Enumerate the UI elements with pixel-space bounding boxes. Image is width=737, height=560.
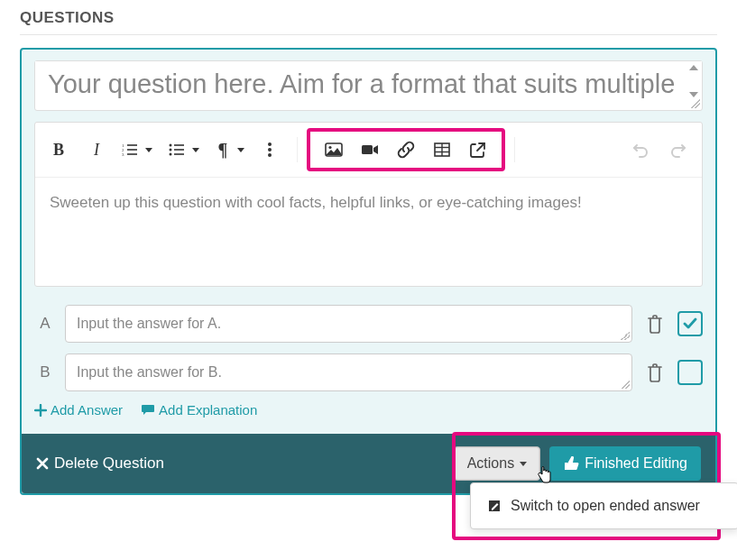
ordered-list-button[interactable]: 123 xyxy=(116,132,143,168)
scroll-down-icon xyxy=(689,92,698,97)
italic-button[interactable]: I xyxy=(78,132,115,168)
svg-point-11 xyxy=(170,153,172,156)
switch-open-ended-label: Switch to open ended answer xyxy=(511,498,700,514)
answer-input-wrap xyxy=(65,353,632,391)
actions-dropdown: Switch to open ended answer xyxy=(470,482,737,529)
question-input[interactable] xyxy=(35,61,702,106)
answer-row: B xyxy=(34,353,703,391)
add-explanation-link[interactable]: Add Explanation xyxy=(141,402,257,418)
svg-point-10 xyxy=(170,149,172,151)
answer-input-a[interactable] xyxy=(66,306,631,342)
add-answer-label: Add Answer xyxy=(51,402,123,418)
svg-point-13 xyxy=(268,148,272,151)
video-button[interactable] xyxy=(352,132,388,168)
thumbs-up-icon xyxy=(563,456,579,471)
link-button[interactable] xyxy=(388,132,424,168)
resize-handle-icon[interactable] xyxy=(621,380,630,389)
add-explanation-label: Add Explanation xyxy=(159,402,257,418)
scroll-up-icon xyxy=(689,65,698,70)
delete-question-label: Delete Question xyxy=(54,454,164,473)
svg-rect-17 xyxy=(362,145,373,154)
more-button[interactable] xyxy=(252,132,288,168)
paragraph-button[interactable]: ¶ xyxy=(210,132,235,168)
delete-answer-button[interactable] xyxy=(641,359,668,386)
image-button[interactable] xyxy=(316,132,352,168)
plus-icon xyxy=(34,404,47,417)
svg-point-14 xyxy=(268,153,272,157)
chevron-down-icon[interactable] xyxy=(192,148,199,152)
answer-row: A xyxy=(34,305,703,343)
svg-point-16 xyxy=(328,146,331,149)
links-row: Add Answer Add Explanation xyxy=(34,402,703,418)
media-toolbar-highlight xyxy=(307,128,505,171)
delete-answer-button[interactable] xyxy=(641,310,668,337)
switch-open-ended-item[interactable]: Switch to open ended answer xyxy=(471,491,737,521)
answer-input-wrap xyxy=(65,305,632,343)
chevron-down-icon[interactable] xyxy=(237,148,244,152)
question-footer: Delete Question Actions Finished Editing… xyxy=(22,434,715,493)
table-button[interactable] xyxy=(424,132,460,168)
close-icon xyxy=(36,457,49,470)
delete-question-button[interactable]: Delete Question xyxy=(36,454,164,473)
comment-icon xyxy=(141,403,155,417)
finished-editing-label: Finished Editing xyxy=(585,455,687,472)
question-input-wrap xyxy=(34,60,703,111)
correct-answer-checkbox[interactable] xyxy=(677,311,703,336)
external-link-button[interactable] xyxy=(460,132,496,168)
add-answer-link[interactable]: Add Answer xyxy=(34,402,123,418)
svg-text:3: 3 xyxy=(122,152,124,157)
actions-label: Actions xyxy=(467,455,514,472)
question-card: B I 123 ¶ xyxy=(20,48,717,495)
toolbar-separator xyxy=(514,137,515,162)
answer-input-b[interactable] xyxy=(66,354,631,390)
footer-right: Actions Finished Editing xyxy=(454,446,701,481)
unordered-list-button[interactable] xyxy=(163,132,190,168)
svg-line-22 xyxy=(477,143,484,151)
actions-button[interactable]: Actions xyxy=(454,446,540,481)
resize-handle-icon[interactable] xyxy=(621,331,630,340)
svg-point-9 xyxy=(170,144,172,147)
redo-button[interactable] xyxy=(660,132,696,168)
answer-letter: A xyxy=(34,315,56,333)
editor-toolbar: B I 123 ¶ xyxy=(35,123,702,178)
svg-point-12 xyxy=(268,142,272,146)
answer-letter: B xyxy=(34,363,56,381)
undo-button[interactable] xyxy=(622,132,659,168)
bold-button[interactable]: B xyxy=(41,132,77,168)
edit-icon xyxy=(487,499,502,513)
rich-editor: B I 123 ¶ xyxy=(34,122,703,287)
correct-answer-checkbox[interactable] xyxy=(677,360,703,385)
editor-body[interactable]: Sweeten up this question with cool facts… xyxy=(35,178,702,286)
toolbar-separator xyxy=(297,137,298,162)
chevron-down-icon[interactable] xyxy=(145,148,152,152)
resize-handle-icon[interactable] xyxy=(691,99,700,108)
chevron-down-icon xyxy=(520,462,527,466)
section-heading: QUESTIONS xyxy=(20,0,717,35)
finished-editing-button[interactable]: Finished Editing xyxy=(549,446,701,481)
